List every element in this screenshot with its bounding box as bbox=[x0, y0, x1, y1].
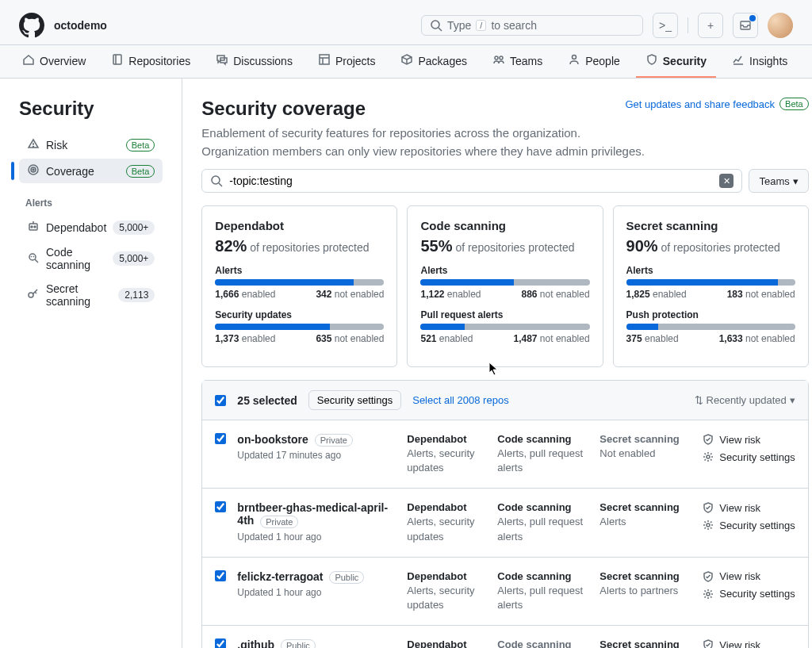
view-risk-link[interactable]: View risk bbox=[702, 433, 795, 446]
svg-point-17 bbox=[33, 169, 34, 171]
create-new-button[interactable]: + bbox=[698, 13, 723, 38]
beta-badge: Beta bbox=[126, 139, 155, 151]
nav-tab-packages[interactable]: Packages bbox=[391, 45, 476, 78]
stat-label: Pull request alerts bbox=[420, 309, 589, 320]
teams-dropdown[interactable]: Teams ▾ bbox=[749, 169, 808, 193]
svg-point-22 bbox=[29, 254, 36, 260]
repo-name[interactable]: felickz-terragoat bbox=[237, 570, 323, 583]
stat-label: Alerts bbox=[215, 265, 384, 276]
count-badge: 5,000+ bbox=[113, 251, 155, 266]
feature-title: Code scanning bbox=[497, 501, 588, 513]
triangle-icon bbox=[27, 137, 40, 152]
sidebar-item-coverage[interactable]: Coverage Beta bbox=[19, 159, 163, 183]
nav-tab-teams[interactable]: Teams bbox=[483, 45, 552, 78]
security-settings-link[interactable]: Security settings bbox=[702, 519, 795, 531]
svg-point-28 bbox=[707, 523, 710, 527]
feature-col: Code scanning Alerts, pull request alert… bbox=[497, 501, 588, 543]
security-settings-link[interactable]: Security settings bbox=[702, 588, 795, 600]
progress-bar bbox=[215, 279, 384, 286]
nav-tab-repositories[interactable]: Repositories bbox=[102, 45, 200, 78]
svg-point-27 bbox=[707, 455, 710, 458]
feature-detail: Alerts, pull request alerts bbox=[497, 515, 588, 543]
repo-checkbox[interactable] bbox=[215, 638, 226, 648]
bulk-security-settings-button[interactable]: Security settings bbox=[308, 390, 401, 410]
repo-info: .github Public Updated 1 hour ago bbox=[237, 638, 396, 648]
nav-tab-people[interactable]: People bbox=[558, 45, 630, 78]
sidebar-item-code scanning[interactable]: Code scanning 5,000+ bbox=[19, 241, 163, 276]
github-logo-icon[interactable] bbox=[19, 13, 44, 38]
feature-col: Dependabot Alerts, security updates bbox=[407, 501, 486, 543]
search-icon bbox=[430, 19, 442, 32]
coverage-card-code scanning: Code scanning 55% of repositories protec… bbox=[407, 205, 603, 367]
stat-label: Alerts bbox=[626, 265, 795, 276]
repo-info: on-bookstore Private Updated 17 minutes … bbox=[237, 433, 396, 475]
bar-legend: 375 enabled 1,633 not enabled bbox=[626, 333, 795, 344]
global-search[interactable]: Type / to search bbox=[421, 15, 643, 36]
graph-icon bbox=[732, 53, 745, 68]
view-risk-link[interactable]: View risk bbox=[702, 570, 795, 583]
sidebar-item-risk[interactable]: Risk Beta bbox=[19, 132, 163, 157]
coverage-card-secret scanning: Secret scanning 90% of repositories prot… bbox=[613, 205, 809, 367]
card-percentage: 55% of repositories protected bbox=[420, 237, 589, 255]
sidebar-item-label: Dependabot bbox=[46, 221, 106, 234]
repo-row: on-bookstore Private Updated 17 minutes … bbox=[202, 420, 807, 489]
people-icon bbox=[492, 53, 505, 68]
feature-col: Secret scanning Alerts to partners bbox=[599, 570, 691, 612]
svg-point-9 bbox=[500, 56, 503, 59]
clear-filter-button[interactable]: ✕ bbox=[719, 174, 733, 188]
nav-tab-projects[interactable]: Projects bbox=[308, 45, 385, 78]
feature-detail: Alerts, pull request alerts bbox=[497, 584, 588, 612]
visibility-badge: Public bbox=[281, 639, 316, 648]
repo-list: 25 selected Security settings Select all… bbox=[201, 380, 808, 648]
repo-name[interactable]: on-bookstore bbox=[237, 433, 308, 446]
feature-detail: Alerts, security updates bbox=[407, 447, 486, 475]
feature-col: Secret scanning Alerts bbox=[599, 638, 691, 648]
bot-icon bbox=[27, 220, 40, 235]
feedback-link[interactable]: Get updates and share feedback Beta bbox=[625, 98, 808, 110]
filter-input[interactable] bbox=[229, 174, 713, 187]
repo-info: brntbeer-ghas-medical-april-4th Private … bbox=[237, 501, 396, 543]
sort-icon: ⇅ bbox=[695, 394, 703, 406]
select-all-checkbox[interactable] bbox=[215, 395, 226, 406]
nav-tab-security[interactable]: Security bbox=[636, 45, 716, 78]
nav-tab-discussions[interactable]: Discussions bbox=[206, 45, 302, 78]
search-hotkey: / bbox=[476, 20, 486, 31]
sidebar-item-label: Code scanning bbox=[46, 246, 106, 271]
inbox-icon bbox=[739, 19, 752, 32]
select-all-link[interactable]: Select all 2008 repos bbox=[412, 394, 508, 406]
svg-point-14 bbox=[33, 147, 34, 148]
coverage-card-dependabot: Dependabot 82% of repositories protected… bbox=[201, 205, 397, 367]
progress-bar bbox=[420, 279, 589, 286]
nav-tab-settings[interactable]: Settings bbox=[803, 45, 812, 78]
codescan-icon bbox=[27, 251, 40, 266]
notifications-button[interactable] bbox=[733, 13, 758, 38]
alerts-heading: Alerts bbox=[25, 197, 163, 209]
feature-title: Dependabot bbox=[407, 638, 486, 648]
security-settings-link[interactable]: Security settings bbox=[702, 451, 795, 463]
sidebar-item-secret scanning[interactable]: Secret scanning 2,113 bbox=[19, 278, 163, 312]
filter-input-wrapper[interactable]: ✕ bbox=[201, 169, 742, 193]
repo-checkbox[interactable] bbox=[215, 501, 226, 512]
svg-point-19 bbox=[31, 226, 33, 228]
view-risk-link[interactable]: View risk bbox=[702, 501, 795, 514]
repo-name[interactable]: .github bbox=[237, 638, 274, 648]
selected-count: 25 selected bbox=[237, 394, 297, 407]
view-risk-link[interactable]: View risk bbox=[702, 638, 795, 648]
sidebar-item-dependabot[interactable]: Dependabot 5,000+ bbox=[19, 215, 163, 240]
repo-row: felickz-terragoat Public Updated 1 hour … bbox=[202, 558, 807, 626]
sort-dropdown[interactable]: ⇅ Recently updated ▾ bbox=[695, 394, 795, 406]
card-title: Dependabot bbox=[215, 219, 384, 232]
action-col: View risk Security settings bbox=[702, 570, 795, 612]
repo-checkbox[interactable] bbox=[215, 433, 226, 444]
nav-tab-overview[interactable]: Overview bbox=[13, 45, 95, 78]
feature-title: Code scanning bbox=[497, 638, 588, 648]
feature-title: Code scanning bbox=[497, 433, 588, 445]
progress-bar bbox=[626, 324, 795, 330]
user-avatar[interactable] bbox=[768, 13, 793, 38]
mouse-cursor-icon bbox=[488, 362, 500, 376]
nav-tab-insights[interactable]: Insights bbox=[722, 45, 797, 78]
org-name[interactable]: octodemo bbox=[54, 19, 412, 32]
command-palette-button[interactable]: >_ bbox=[653, 13, 678, 38]
repo-checkbox[interactable] bbox=[215, 570, 226, 581]
count-badge: 5,000+ bbox=[113, 220, 155, 235]
